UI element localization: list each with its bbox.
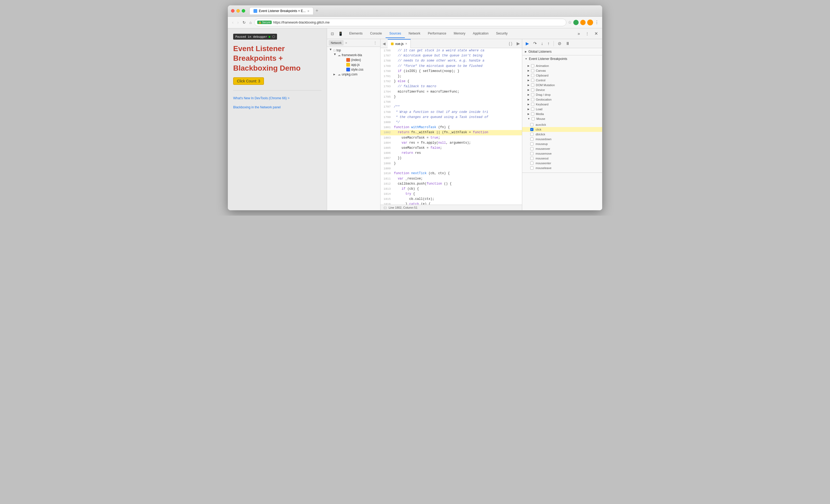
bp-checkbox-mouseup[interactable] — [530, 142, 534, 146]
bp-keyboard[interactable]: ▶ Keyboard — [522, 102, 602, 107]
tab-memory[interactable]: Memory — [450, 29, 469, 38]
devtools-close-button[interactable]: ✕ — [592, 30, 600, 37]
right-panel-scroll[interactable]: ▶ Global Listeners ▼ Event Listener Brea… — [522, 48, 602, 210]
tree-item-unpkg[interactable]: ▶ ☁ unpkg.com — [327, 72, 380, 77]
bp-drag-drop[interactable]: ▶ Drag / drop — [522, 92, 602, 97]
bp-checkbox-control[interactable] — [531, 78, 534, 82]
tree-item-top[interactable]: ▶ □ top — [327, 48, 380, 53]
extension-icon-1[interactable] — [573, 20, 579, 25]
home-button[interactable]: ⌂ — [248, 19, 253, 26]
forward-button[interactable]: › — [236, 19, 240, 26]
tab-security[interactable]: Security — [492, 29, 511, 38]
sources-menu-icon[interactable]: ⋮ — [372, 40, 379, 45]
profile-icon[interactable] — [587, 20, 593, 25]
bp-load[interactable]: ▶ Load — [522, 107, 602, 112]
mouse-item-mouseup[interactable]: mouseup — [522, 141, 602, 146]
bp-checkbox-dom-mutation[interactable] — [531, 84, 534, 87]
bp-geolocation[interactable]: ▶ Geolocation — [522, 97, 602, 102]
close-button[interactable] — [231, 9, 234, 12]
devtools-link[interactable]: What's New In DevTools (Chrome 66) > — [233, 96, 321, 101]
pause-button[interactable]: ⏸ — [564, 40, 571, 47]
bp-checkbox-mouseout[interactable] — [530, 157, 534, 160]
editor-tab-nav-left[interactable]: ◀ — [381, 40, 388, 47]
editor-tab-vuejs[interactable]: vue.js ✕ — [388, 39, 411, 48]
url-bar[interactable]: 🔒 Secure https://framework-blackboxing.g… — [254, 19, 566, 26]
mouse-item-mouseout[interactable]: mouseout — [522, 156, 602, 161]
step-over-button[interactable]: ↷ — [532, 40, 538, 47]
bp-checkbox-auxclick[interactable] — [530, 123, 534, 126]
back-button[interactable]: ‹ — [231, 19, 234, 26]
browser-tab[interactable]: Event Listener Breakpoints + E... ✕ — [250, 7, 313, 14]
tab-network[interactable]: Network — [405, 29, 424, 38]
tab-performance[interactable]: Performance — [424, 29, 450, 38]
step-out-button[interactable]: ↑ — [546, 40, 551, 47]
network-tab[interactable]: Network — [329, 40, 344, 45]
resume-button[interactable]: ▶ — [524, 40, 530, 47]
mouse-item-mouseleave[interactable]: mouseleave — [522, 166, 602, 170]
bp-checkbox-geolocation[interactable] — [531, 98, 534, 101]
sources-more-icon[interactable]: » — [345, 40, 348, 45]
bp-control[interactable]: ▶ Control — [522, 78, 602, 83]
devtools-settings-icon[interactable]: ⋮ — [583, 31, 591, 37]
mouse-item-mouseover[interactable]: mouseover — [522, 146, 602, 151]
tab-sources[interactable]: Sources — [386, 29, 405, 38]
bp-device[interactable]: ▶ Device — [522, 88, 602, 92]
tree-item-stylecss[interactable]: style.css — [327, 67, 380, 72]
bp-canvas[interactable]: ▶ Canvas — [522, 68, 602, 73]
inspect-element-button[interactable]: ⊡ — [329, 31, 336, 37]
bp-checkbox-canvas[interactable] — [531, 69, 534, 72]
bp-checkbox-mouseover[interactable] — [530, 147, 534, 150]
mouse-item-mouseenter[interactable]: mouseenter — [522, 161, 602, 166]
tab-application[interactable]: Application — [469, 29, 492, 38]
bp-checkbox-animation[interactable] — [531, 64, 534, 67]
editor-tab-close-icon[interactable]: ✕ — [405, 42, 407, 45]
tree-item-index[interactable]: (index) — [327, 58, 380, 62]
run-button[interactable]: ▶ — [514, 40, 522, 47]
blackbox-button[interactable]: ⊘ — [556, 40, 563, 47]
tree-item-framework[interactable]: ▶ ☁ framework-bla — [327, 53, 380, 58]
more-options-icon[interactable]: ⋮ — [595, 20, 599, 25]
tree-item-appjs[interactable]: app.js — [327, 62, 380, 67]
bp-dom-mutation[interactable]: ▶ DOM Mutation — [522, 83, 602, 88]
reload-button[interactable]: ↻ — [242, 19, 247, 26]
bp-checkbox-media[interactable] — [531, 113, 534, 116]
bp-checkbox-drag-drop[interactable] — [531, 93, 534, 96]
bp-checkbox-mouse[interactable] — [532, 117, 535, 120]
mouse-item-mousedown[interactable]: mousedown — [522, 137, 602, 141]
bookmark-icon[interactable]: ☆ — [568, 20, 572, 25]
tab-console[interactable]: Console — [366, 29, 386, 38]
bp-checkbox-keyboard[interactable] — [531, 103, 534, 106]
tab-elements[interactable]: Elements — [346, 29, 366, 38]
bp-media[interactable]: ▶ Media — [522, 112, 602, 116]
bp-mouse[interactable]: ▼ Mouse — [522, 116, 602, 121]
extension-icon-2[interactable] — [580, 20, 585, 25]
bp-checkbox-mouseenter[interactable] — [530, 162, 534, 165]
bp-clipboard[interactable]: ▶ Clipboard — [522, 73, 602, 78]
bp-checkbox-click[interactable]: ✓ — [530, 128, 534, 131]
blackbox-icon[interactable]: ⬡ — [272, 35, 275, 38]
code-area[interactable]: 1786 // it can get stuck in a weird stat… — [381, 48, 522, 204]
mouse-item-mousemove[interactable]: mousemove — [522, 151, 602, 156]
bp-checkbox-clipboard[interactable] — [531, 74, 534, 77]
minimize-button[interactable] — [236, 9, 240, 12]
blackboxing-link[interactable]: Blackboxing in the Network panel — [233, 105, 321, 110]
resume-icon[interactable]: ▶ — [269, 35, 270, 38]
new-tab-button[interactable]: + — [313, 8, 321, 13]
maximize-button[interactable] — [242, 9, 245, 12]
tab-close-icon[interactable]: ✕ — [307, 10, 309, 12]
bp-checkbox-mouseleave[interactable] — [530, 166, 534, 169]
device-toolbar-button[interactable]: 📱 — [337, 31, 344, 37]
mouse-item-auxclick[interactable]: auxclick — [522, 122, 602, 127]
bp-checkbox-device[interactable] — [531, 88, 534, 92]
format-button[interactable]: { } — [507, 40, 514, 47]
more-tabs-icon[interactable]: » — [575, 30, 582, 37]
step-into-button[interactable]: ↓ — [540, 40, 544, 47]
bp-checkbox-mousemove[interactable] — [530, 152, 534, 155]
bp-checkbox-mousedown[interactable] — [530, 137, 534, 141]
mouse-item-dblclick[interactable]: dblclick — [522, 132, 602, 137]
event-breakpoints-header[interactable]: ▼ Event Listener Breakpoints — [522, 55, 602, 62]
bp-checkbox-load[interactable] — [531, 107, 534, 111]
format-icon[interactable]: { } — [384, 206, 386, 209]
bp-animation[interactable]: ▶ Animation — [522, 63, 602, 68]
global-listeners-header[interactable]: ▶ Global Listeners — [522, 48, 602, 55]
